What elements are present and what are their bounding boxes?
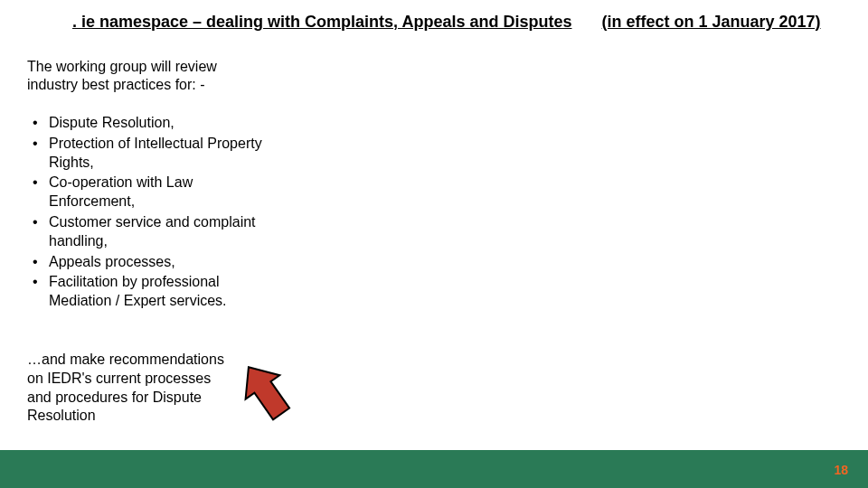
list-item: Facilitation by professional Mediation /… xyxy=(27,273,262,311)
list-item: Protection of Intellectual Property Righ… xyxy=(27,135,262,173)
title-note: (in effect on 1 January 2017) xyxy=(602,13,821,31)
list-item: Appeals processes, xyxy=(27,253,262,272)
title-main: . ie namespace – dealing with Complaints… xyxy=(72,13,571,31)
page-number: 18 xyxy=(834,463,848,477)
list-item: Co-operation with Law Enforcement, xyxy=(27,174,262,211)
arrow-shape xyxy=(235,357,298,426)
footer-bar xyxy=(0,450,868,488)
arrow-up-right-icon xyxy=(235,357,298,429)
intro-text: The working group will review industry b… xyxy=(27,58,262,94)
list-item: Customer service and complaint handling, xyxy=(27,213,262,251)
list-item: Dispute Resolution, xyxy=(27,114,262,133)
outro-text: …and make recommendations on IEDR's curr… xyxy=(27,351,235,426)
slide: . ie namespace – dealing with Complaints… xyxy=(0,0,868,488)
title-row: . ie namespace – dealing with Complaints… xyxy=(72,13,832,32)
bullet-list: Dispute Resolution, Protection of Intell… xyxy=(27,114,262,313)
